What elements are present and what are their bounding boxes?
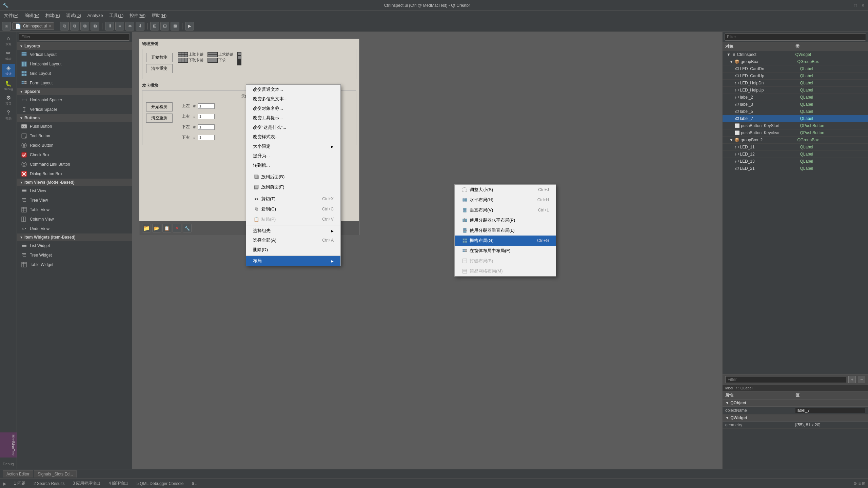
widget-horizontal-spacer[interactable]: Horizontal Spacer [17,95,132,105]
obj-row-pb-keyclear[interactable]: ⬜ pushButton_Keyclear QPushButton [723,129,868,137]
mac-test-badge[interactable]: MedMacTest [0,432,17,458]
menu-help[interactable]: 帮助(H) [149,12,169,20]
obj-row-led12[interactable]: 🏷 LED_12 QLabel [723,151,868,158]
toolbar-btn-copy2[interactable]: ⧉ [70,22,79,30]
input-bottomright[interactable] [198,135,215,140]
menu-build[interactable]: 构建(B) [43,12,63,20]
ctx-promote[interactable]: 提升为... [246,151,340,161]
menu-analyze[interactable]: Analyze [84,12,105,19]
canvas-tb-btn1[interactable]: 📁 [142,224,151,232]
section-item-views[interactable]: ▼ Item Views (Model-Based) [17,179,132,186]
submenu-formlayout[interactable]: 在窗体布局中布局(F) [455,246,556,256]
canvas-tb-btn3[interactable]: 📋 [162,224,171,232]
submenu-vlayout[interactable]: 垂直布局(V) Ctrl+L [455,205,556,215]
obj-row-label5[interactable]: 🏷 label_5 QLabel [723,108,868,115]
menu-tools[interactable]: 工具(T) [106,12,126,20]
toolbar-btn-align1[interactable]: ≡ [115,22,124,30]
ctx-change-stylesheet[interactable]: 改变样式表... [246,132,340,142]
left-icon-design[interactable]: ◈ 设计 [2,64,15,77]
canvas-tb-btn5[interactable]: 🔧 [183,224,192,232]
ctx-cut[interactable]: ✂ 剪切(T) Ctrl+X [246,194,340,204]
input-topright[interactable] [198,114,215,119]
left-icon-welcome[interactable]: ⌂ 欢迎 [2,34,15,47]
submenu-gridlayout[interactable]: 栅格布局(G) Ctrl+G [455,236,556,246]
canvas-tb-btn2[interactable]: 📂 [152,224,161,232]
ctx-goto-slot[interactable]: 转到槽... [246,161,340,170]
start-detect-btn-2[interactable]: 开始检测 [146,102,173,111]
left-icon-help[interactable]: ? 帮助 [2,108,15,122]
widget-form-layout[interactable]: Form Layout [17,78,132,88]
ctx-paste[interactable]: 📋 粘贴(P) Ctrl+V [246,214,340,224]
widget-tree-view[interactable]: Tree View [17,196,132,205]
minimize-button[interactable]: — [846,3,850,8]
status-tab-1[interactable]: 1 问题 [11,480,29,487]
widget-undo-view[interactable]: ↩ Undo View [17,224,132,233]
ctx-bring-front[interactable]: 放到前面(F) [246,182,340,192]
widget-command-link-button[interactable]: Command Link Button [17,160,132,169]
toolbar-btn-copy4[interactable]: ⧉ [91,22,99,30]
ctx-change-objname[interactable]: 改变对象名称... [246,104,340,113]
status-tab-5[interactable]: 5 QML Debugger Console [133,480,187,487]
menu-edit[interactable]: 编辑(E) [22,12,42,20]
widget-vertical-layout[interactable]: Vertical Layout [17,50,132,59]
right-filter-input[interactable] [725,33,866,41]
widget-table-view[interactable]: Table View [17,205,132,215]
submenu-vsplitter[interactable]: 使用分裂器垂直布局(L) [455,225,556,236]
debug-label[interactable]: Debug [3,459,14,469]
ctx-select-all[interactable]: 选择全部(A) Ctrl+A [246,236,340,245]
widget-column-view[interactable]: Column View [17,215,132,224]
menu-debug[interactable]: 调试(D) [63,12,84,20]
toolbar-btn-copy3[interactable]: ⧉ [80,22,89,30]
widget-filter-input[interactable] [19,33,130,41]
prop-objectname[interactable]: objectName label_7 [723,407,868,414]
widget-radio-button[interactable]: Radio Button [17,141,132,150]
obj-row-groupbox[interactable]: ▼ 📦 groupBox QGroupBox [723,58,868,65]
toolbar-btn-pause[interactable]: ⏸ [105,22,114,30]
submenu-resize[interactable]: 调整大小(S) Ctrl+J [455,185,556,195]
section-buttons[interactable]: ▼ Buttons [17,114,132,122]
section-spacers[interactable]: ▼ Spacers [17,88,132,95]
submenu-hsplitter[interactable]: 使用分裂器水平布局(P) [455,215,556,225]
obj-row-ctrl[interactable]: ▼ 🖥 CtrlInspect QWidget [723,51,868,58]
widget-check-box[interactable]: Check Box [17,150,132,160]
toolbar-btn-1[interactable]: ▣ [2,22,11,30]
status-tab-6[interactable]: 6 ... [188,480,202,487]
obj-row-led11[interactable]: 🏷 LED_11 QLabel [723,144,868,151]
toolbar-btn-grid3[interactable]: ⊠ [171,22,179,30]
obj-row-led21[interactable]: 🏷 LED_21 QLabel [723,165,868,172]
obj-row-label3[interactable]: 🏷 label_3 QLabel [723,101,868,108]
ctx-send-back[interactable]: 放到后面(B) [246,172,340,182]
clear-retest-btn-1[interactable]: 清空重测 [146,64,173,73]
obj-row-pb-keystart[interactable]: ⬜ pushButton_KeyStart QPushButton [723,122,868,129]
tab-action-editor[interactable]: Action Editor [3,470,33,477]
maximize-button[interactable]: □ [853,3,858,8]
left-icon-edit[interactable]: ✏ 编辑 [2,49,15,62]
obj-row-led-helpdn[interactable]: 🏷 LED_HelpDn QLabel [723,80,868,87]
close-button[interactable]: × [861,3,865,8]
obj-row-led-carddn[interactable]: 🏷 LED_CardDn QLabel [723,65,868,73]
prop-geometry[interactable]: geometry [(55), 81 x 20] [723,422,868,429]
obj-row-groupbox2[interactable]: ▼ 📦 groupBox_2 QGroupBox [723,137,868,144]
widget-table-widget[interactable]: Table Widget [17,260,132,269]
ctx-change-whatsthis[interactable]: 改变"这是什么"... [246,123,340,132]
menu-file[interactable]: 文件(F) [1,12,21,20]
status-tab-4[interactable]: 4 编译输出 [105,480,132,487]
ctx-size-limit[interactable]: 大小限定 ▶ [246,142,340,151]
widget-list-view[interactable]: List View [17,186,132,196]
toolbar-close-btn[interactable]: × [49,24,51,28]
input-topleft[interactable] [198,103,215,109]
ctx-change-multitext[interactable]: 改变多信息文本... [246,94,340,104]
ctx-delete[interactable]: 删除(D) [246,245,340,255]
section-item-widgets[interactable]: ▼ Item Widgets (Item-Based) [17,233,132,241]
props-add-button[interactable]: + [848,376,856,383]
widget-tool-button[interactable]: Tool Button [17,131,132,141]
start-detect-btn-1[interactable]: 开始检测 [146,53,173,62]
widget-list-widget[interactable]: List Widget [17,241,132,250]
ctx-copy[interactable]: ⧉ 复制(C) Ctrl+C [246,204,340,214]
obj-row-led-helpup[interactable]: 🏷 LED_HelpUp QLabel [723,87,868,94]
submenu-simplegrid[interactable]: 简易网格布局(M) [455,266,556,276]
obj-row-label2[interactable]: 🏷 label_2 QLabel [723,94,868,101]
toolbar-btn-copy1[interactable]: ⧉ [60,22,69,30]
props-remove-button[interactable]: − [858,376,865,383]
submenu-breaklayout[interactable]: 打破布局(B) [455,256,556,266]
